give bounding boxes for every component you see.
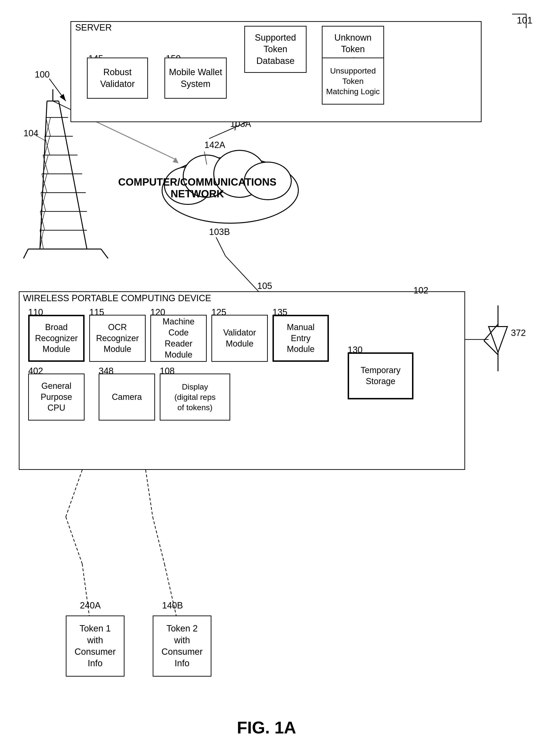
svg-line-29 xyxy=(40,230,43,249)
svg-line-69 xyxy=(484,324,498,341)
svg-line-25 xyxy=(41,193,46,211)
svg-line-24 xyxy=(41,193,46,211)
svg-point-40 xyxy=(183,155,230,197)
ocr-recognizer-label: OCR Recognizer Module xyxy=(96,322,139,355)
mobile-wallet-label: Mobile Wallet System xyxy=(169,67,222,90)
ocr-recognizer-box: OCR Recognizer Module xyxy=(89,315,146,362)
svg-line-66 xyxy=(164,564,176,615)
svg-line-6 xyxy=(59,101,87,249)
validator-module-box: Validator Module xyxy=(211,315,268,362)
svg-line-26 xyxy=(40,211,45,230)
svg-text:142A: 142A xyxy=(204,140,225,150)
server-label: SERVER xyxy=(75,22,112,33)
camera-box: Camera xyxy=(99,373,155,420)
svg-line-65 xyxy=(153,517,164,564)
supported-token-db-label: Supported Token Database xyxy=(255,32,296,67)
svg-line-64 xyxy=(146,470,153,517)
robust-validator-label: Robust Validator xyxy=(100,67,135,90)
svg-line-70 xyxy=(484,341,498,355)
svg-line-21 xyxy=(43,155,48,174)
svg-point-42 xyxy=(244,162,291,200)
camera-label: Camera xyxy=(112,392,142,403)
svg-line-23 xyxy=(42,174,47,193)
svg-text:372: 372 xyxy=(511,328,526,338)
svg-marker-74 xyxy=(489,327,507,352)
display-box: Display (digital reps of tokens) xyxy=(160,373,230,420)
svg-line-32 xyxy=(101,249,108,258)
svg-line-20 xyxy=(43,155,48,174)
svg-line-37 xyxy=(35,135,46,141)
unsupported-token-box: Unsupported Token Matching Logic xyxy=(322,58,384,105)
svg-text:NETWORK: NETWORK xyxy=(171,188,224,200)
token1-label: Token 1 with Consumer Info xyxy=(74,623,116,669)
svg-line-28 xyxy=(40,230,43,249)
svg-line-60 xyxy=(66,470,82,517)
svg-text:240A: 240A xyxy=(80,601,101,610)
svg-line-50 xyxy=(216,237,226,256)
manual-entry-box: Manual Entry Module xyxy=(273,315,329,362)
temporary-storage-box: Temporary Storage xyxy=(348,352,413,399)
svg-text:104: 104 xyxy=(23,128,38,138)
mobile-wallet-box: Mobile Wallet System xyxy=(164,58,227,99)
validator-module-label: Validator Module xyxy=(223,327,256,349)
svg-line-18 xyxy=(45,136,50,155)
svg-text:103B: 103B xyxy=(209,227,230,237)
svg-line-5 xyxy=(40,101,47,249)
svg-line-62 xyxy=(82,564,89,615)
svg-line-53 xyxy=(209,122,247,139)
figure-label: FIG. 1A xyxy=(237,718,296,737)
svg-line-16 xyxy=(46,118,50,136)
svg-text:105: 105 xyxy=(257,281,272,291)
svg-text:100: 100 xyxy=(35,69,50,79)
svg-text:140B: 140B xyxy=(162,601,183,610)
broad-recognizer-label: Broad Recognizer Module xyxy=(35,322,78,355)
svg-line-19 xyxy=(45,136,50,155)
token2-box: Token 2 with Consumer Info xyxy=(153,615,211,677)
svg-marker-35 xyxy=(173,157,178,163)
token2-label: Token 2 with Consumer Info xyxy=(161,623,202,669)
general-purpose-box: General Purpose CPU xyxy=(28,373,85,420)
wpcd-label: WIRELESS PORTABLE COMPUTING DEVICE xyxy=(23,293,211,303)
svg-line-22 xyxy=(42,174,47,193)
svg-point-39 xyxy=(164,167,211,204)
unsupported-token-label: Unsupported Token Matching Logic xyxy=(326,66,380,97)
token1-box: Token 1 with Consumer Info xyxy=(66,615,124,677)
svg-line-27 xyxy=(40,211,45,230)
robust-validator-box: Robust Validator xyxy=(87,58,148,99)
svg-line-31 xyxy=(23,249,28,258)
machine-code-box: Machine Code Reader Module xyxy=(150,315,207,362)
ref-102: 102 xyxy=(413,285,428,296)
svg-point-41 xyxy=(214,150,265,197)
manual-entry-label: Manual Entry Module xyxy=(287,322,314,355)
svg-point-38 xyxy=(162,157,298,223)
svg-line-51 xyxy=(226,256,258,291)
broad-recognizer-box: Broad Recognizer Module xyxy=(28,315,85,362)
display-label: Display (digital reps of tokens) xyxy=(174,382,216,413)
svg-line-4 xyxy=(49,79,66,101)
machine-code-label: Machine Code Reader Module xyxy=(163,316,195,360)
supported-token-db-box: Supported Token Database xyxy=(244,26,306,73)
general-purpose-label: General Purpose CPU xyxy=(40,381,72,414)
svg-line-61 xyxy=(66,517,82,564)
temporary-storage-label: Temporary Storage xyxy=(360,365,401,387)
svg-line-17 xyxy=(46,118,50,136)
svg-text:101: 101 xyxy=(517,15,533,25)
svg-line-46 xyxy=(204,151,207,164)
svg-text:COMPUTER/COMMUNICATIONS: COMPUTER/COMMUNICATIONS xyxy=(118,176,277,188)
